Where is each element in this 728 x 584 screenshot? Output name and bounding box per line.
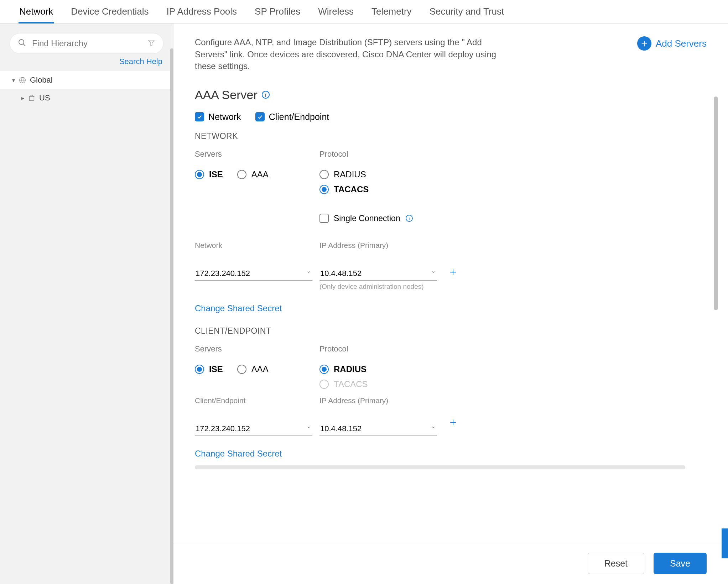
network-servers-label: Servers bbox=[195, 150, 319, 159]
sidebar-scrollbar[interactable] bbox=[170, 48, 173, 584]
radio-icon bbox=[195, 365, 204, 374]
radio-icon bbox=[319, 170, 329, 179]
field-client-ip-primary-label: IP Address (Primary) bbox=[319, 396, 437, 405]
tab-sp-profiles[interactable]: SP Profiles bbox=[254, 0, 301, 24]
radio-icon bbox=[195, 170, 204, 179]
tab-device-credentials[interactable]: Device Credentials bbox=[70, 0, 149, 24]
add-ip-button[interactable]: ＋ bbox=[448, 265, 458, 279]
checkbox-single-connection[interactable] bbox=[319, 214, 329, 223]
radio-icon bbox=[319, 365, 329, 374]
change-shared-secret-client-link[interactable]: Change Shared Secret bbox=[195, 449, 282, 459]
change-shared-secret-link[interactable]: Change Shared Secret bbox=[195, 303, 282, 313]
field-network-label: Network bbox=[195, 241, 312, 250]
section-client-cap: CLIENT/ENDPOINT bbox=[195, 326, 682, 336]
tree-label-global: Global bbox=[30, 75, 53, 85]
field-ip-primary-label: IP Address (Primary) bbox=[319, 241, 437, 250]
client-protocol-label: Protocol bbox=[319, 344, 448, 354]
search-icon bbox=[18, 38, 26, 49]
radio-label: ISE bbox=[209, 364, 223, 374]
network-protocol-radius[interactable]: RADIUS bbox=[319, 170, 448, 179]
add-servers-label: Add Servers bbox=[656, 38, 707, 49]
radio-label: AAA bbox=[251, 170, 269, 179]
network-ise-select[interactable] bbox=[195, 267, 312, 281]
radio-label: RADIUS bbox=[334, 364, 366, 374]
network-protocol-label: Protocol bbox=[319, 150, 448, 159]
svg-point-0 bbox=[19, 40, 24, 45]
client-protocol-radius[interactable]: RADIUS bbox=[319, 364, 448, 374]
tree-node-global[interactable]: ▾ Global bbox=[0, 71, 173, 89]
hierarchy-search-input[interactable] bbox=[31, 38, 142, 49]
tab-telemetry[interactable]: Telemetry bbox=[371, 0, 412, 24]
filter-icon[interactable] bbox=[147, 39, 155, 48]
add-servers-button[interactable]: ＋ Add Servers bbox=[637, 36, 707, 51]
feedback-handle[interactable] bbox=[722, 528, 728, 558]
ip-primary-hint: (Only device administration nodes) bbox=[319, 283, 437, 291]
info-icon[interactable]: i bbox=[406, 215, 413, 222]
single-connection-label: Single Connection bbox=[334, 214, 400, 223]
hierarchy-search[interactable] bbox=[10, 33, 163, 53]
client-ip-primary-select[interactable] bbox=[319, 422, 437, 436]
client-servers-label: Servers bbox=[195, 344, 319, 354]
radio-label: TACACS bbox=[334, 379, 368, 389]
radio-label: RADIUS bbox=[334, 170, 366, 179]
aaa-server-title: AAA Server bbox=[195, 88, 258, 102]
chevron-right-icon: ▸ bbox=[21, 95, 24, 101]
field-client-endpoint-label: Client/Endpoint bbox=[195, 396, 312, 405]
radio-label: TACACS bbox=[334, 184, 369, 194]
site-icon bbox=[28, 94, 36, 102]
network-ip-primary-select[interactable] bbox=[319, 267, 437, 281]
section-network-cap: NETWORK bbox=[195, 131, 682, 141]
info-icon[interactable]: i bbox=[262, 91, 270, 99]
checkbox-client-endpoint[interactable] bbox=[255, 112, 265, 121]
chevron-down-icon: ▾ bbox=[12, 77, 15, 84]
tree-label-us: US bbox=[39, 93, 50, 103]
network-server-ise[interactable]: ISE bbox=[195, 170, 223, 179]
client-server-aaa[interactable]: AAA bbox=[237, 364, 269, 374]
client-ise-select[interactable] bbox=[195, 422, 312, 436]
tab-network[interactable]: Network bbox=[19, 0, 54, 24]
checkbox-network-label: Network bbox=[208, 112, 241, 122]
tab-security-and-trust[interactable]: Security and Trust bbox=[429, 0, 505, 24]
radio-icon bbox=[237, 170, 246, 179]
network-server-aaa[interactable]: AAA bbox=[237, 170, 269, 179]
client-server-ise[interactable]: ISE bbox=[195, 364, 223, 374]
radio-icon bbox=[237, 365, 246, 374]
tab-wireless[interactable]: Wireless bbox=[317, 0, 354, 24]
tab-ip-address-pools[interactable]: IP Address Pools bbox=[166, 0, 238, 24]
horizontal-scrollbar[interactable] bbox=[195, 465, 685, 469]
radio-icon bbox=[319, 185, 329, 194]
svg-marker-2 bbox=[149, 40, 155, 46]
checkbox-client-endpoint-label: Client/Endpoint bbox=[269, 112, 329, 122]
svg-rect-4 bbox=[30, 97, 34, 100]
search-help-link[interactable]: Search Help bbox=[119, 57, 162, 66]
plus-circle-icon: ＋ bbox=[637, 36, 651, 51]
top-tabs: Network Device Credentials IP Address Po… bbox=[0, 0, 728, 24]
tree-node-us[interactable]: ▸ US bbox=[0, 89, 173, 107]
radio-label: ISE bbox=[209, 170, 223, 179]
checkbox-network[interactable] bbox=[195, 112, 204, 121]
radio-icon bbox=[319, 380, 329, 389]
save-button[interactable]: Save bbox=[654, 553, 707, 574]
intro-text: Configure AAA, NTP, and Image Distributi… bbox=[195, 36, 508, 72]
vertical-scrollbar[interactable] bbox=[714, 97, 718, 310]
add-client-ip-button[interactable]: ＋ bbox=[448, 415, 458, 429]
network-protocol-tacacs[interactable]: TACACS bbox=[319, 184, 448, 194]
svg-line-1 bbox=[23, 44, 25, 46]
reset-button[interactable]: Reset bbox=[588, 553, 644, 574]
globe-icon bbox=[19, 76, 26, 84]
client-protocol-tacacs: TACACS bbox=[319, 379, 448, 389]
radio-label: AAA bbox=[251, 364, 269, 374]
